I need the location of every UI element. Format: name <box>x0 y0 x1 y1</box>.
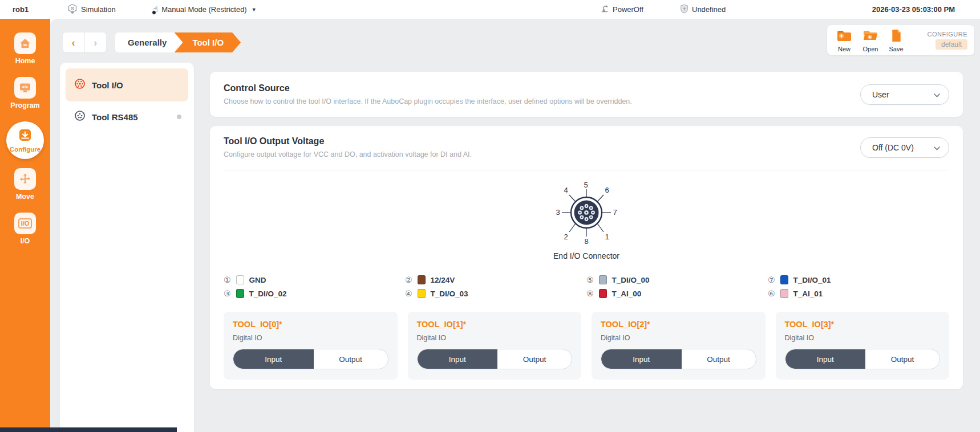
tab-tool-io[interactable]: Tool I/O <box>174 32 241 52</box>
mode-selector[interactable]: ☝ Manual Mode (Restricted) ▼ <box>153 0 257 19</box>
toggle-output[interactable]: Output <box>682 349 756 369</box>
simulation-label: Simulation <box>81 5 116 14</box>
menu-item-tool-io[interactable]: Tool I/O <box>66 68 188 101</box>
legend-item-tdio00: ⑤ T_DI/O_00 <box>586 275 768 284</box>
tool-io-panel-1: TOOL_IO[1]* Digital IO Input Output <box>408 312 582 380</box>
home-icon <box>14 32 36 54</box>
toggle-input[interactable]: Input <box>785 349 866 369</box>
connector-caption: End I/O Connector <box>553 251 619 260</box>
tool-io-panels: TOOL_IO[0]* Digital IO Input Output TOOL… <box>224 312 949 380</box>
toggle-input[interactable]: Input <box>233 349 314 369</box>
sidebar-item-io[interactable]: I/O I/O <box>14 213 36 245</box>
new-button[interactable]: New <box>836 28 852 52</box>
pin-number-badge: ③ <box>224 289 231 298</box>
legend-label: T_DI/O_03 <box>431 290 468 298</box>
svg-text:</>: </> <box>22 84 29 89</box>
sidebar-item-label: Program <box>10 101 39 109</box>
control-source-card: Control Source Choose how to control the… <box>210 72 963 117</box>
pin-number-badge: ⑦ <box>768 275 775 284</box>
robot-name: rob1 <box>13 0 29 19</box>
chevron-down-icon <box>934 89 940 100</box>
datetime: 2026-03-23 05:03:00 PM <box>872 0 955 19</box>
legend-label: T_DI/O_00 <box>612 276 650 284</box>
control-source-dropdown[interactable]: User <box>860 84 949 105</box>
sidebar-item-move[interactable]: Move <box>14 168 36 201</box>
sidebar-item-home[interactable]: Home <box>14 32 36 65</box>
sidebar-item-label: Home <box>15 57 35 65</box>
rs485-connector-icon <box>74 110 86 124</box>
tool-io-title: TOOL_IO[0]* <box>233 320 388 329</box>
sidebar-item-program[interactable]: </> Program <box>10 77 39 109</box>
pin-label-3: 3 <box>556 208 560 217</box>
output-voltage-card: Tool I/O Output Voltage Configure output… <box>210 126 963 389</box>
pin-number-badge: ② <box>405 275 412 284</box>
configure-label: CONFIGURE <box>928 31 968 38</box>
configure-icon <box>18 128 33 145</box>
input-output-toggle: Input Output <box>233 349 388 369</box>
toggle-input[interactable]: Input <box>601 349 682 369</box>
legend-label: T_AI_00 <box>612 290 642 298</box>
pin-label-6: 6 <box>605 186 609 194</box>
simulation-status: S Simulation <box>67 0 116 19</box>
color-swatch <box>780 289 788 298</box>
color-swatch <box>418 289 426 298</box>
input-output-toggle: Input Output <box>785 349 941 369</box>
program-icon: </> <box>14 77 36 99</box>
simulation-icon: S <box>67 3 78 15</box>
svg-text:S: S <box>71 6 74 11</box>
color-swatch <box>236 289 244 298</box>
chevron-down-icon <box>934 142 940 153</box>
sidebar-item-configure[interactable]: Configure <box>6 121 44 159</box>
save-button[interactable]: Save <box>889 28 904 52</box>
control-source-description: Choose how to control the tool I/O inter… <box>224 97 632 105</box>
tool-io-panel-2: TOOL_IO[2]* Digital IO Input Output <box>592 312 766 380</box>
pin-number-badge: ④ <box>405 289 412 298</box>
open-button-label: Open <box>863 46 878 52</box>
open-button[interactable]: Open <box>862 28 878 52</box>
tab-generally[interactable]: Generally <box>115 32 183 52</box>
dropdown-value: Off (DC 0V) <box>872 143 914 152</box>
legend-label: T_AI_01 <box>793 290 823 298</box>
legend-label: T_DI/O_02 <box>249 290 287 298</box>
safety-status-label: Undefined <box>692 5 726 14</box>
pin-label-7: 7 <box>613 208 617 217</box>
robot-power-icon <box>600 4 609 15</box>
output-voltage-dropdown[interactable]: Off (DC 0V) <box>860 137 949 158</box>
legend-item-tdio02: ③ T_DI/O_02 <box>224 289 405 298</box>
legend-label: 12/24V <box>431 276 455 284</box>
tool-io-panel-0: TOOL_IO[0]* Digital IO Input Output <box>224 312 398 380</box>
legend-item-tai01: ⑥ T_AI_01 <box>768 289 949 298</box>
tool-io-panel-3: TOOL_IO[3]* Digital IO Input Output <box>776 312 950 380</box>
app-sidebar: Home </> Program Configure Move I/O I/O <box>0 19 50 432</box>
hand-mode-icon: ☝ <box>153 5 158 14</box>
save-button-label: Save <box>889 46 903 52</box>
color-swatch <box>418 275 426 284</box>
legend-item-tdio01: ⑦ T_DI/O_01 <box>768 275 949 284</box>
profile-badge[interactable]: default <box>936 39 967 50</box>
toggle-output[interactable]: Output <box>314 349 388 369</box>
end-io-connector-diagram: 1 2 3 4 5 6 7 8 End I/O Connector <box>210 180 963 260</box>
sidebar-item-label: I/O <box>21 237 30 245</box>
pin-number-badge: ⑧ <box>586 289 594 298</box>
legend-label: T_DI/O_01 <box>793 276 831 284</box>
pin-legend: ① GND ② 12/24V ⑤ T_DI/O_00 ⑦ T_D <box>224 275 949 298</box>
tool-io-title: TOOL_IO[2]* <box>601 320 756 329</box>
toggle-output[interactable]: Output <box>497 349 572 369</box>
output-voltage-title: Tool I/O Output Voltage <box>224 136 472 146</box>
power-status-label: PowerOff <box>613 5 643 14</box>
shield-icon <box>680 4 689 15</box>
menu-item-tool-rs485[interactable]: Tool RS485 <box>66 101 188 132</box>
move-icon <box>14 168 36 190</box>
safety-status[interactable]: Undefined <box>680 0 726 19</box>
pin-label-5: 5 <box>584 181 588 189</box>
io-icon: I/O <box>14 213 36 234</box>
back-button[interactable]: ‹ <box>63 32 85 52</box>
toggle-output[interactable]: Output <box>865 349 939 369</box>
forward-button[interactable]: › <box>85 32 107 52</box>
pin-number-badge: ⑥ <box>768 289 775 298</box>
toggle-input[interactable]: Input <box>418 349 498 369</box>
color-swatch <box>599 275 607 284</box>
power-status[interactable]: PowerOff <box>600 0 643 19</box>
output-voltage-description: Configure output voltage for VCC and DO,… <box>224 150 472 158</box>
status-dot <box>177 115 181 119</box>
